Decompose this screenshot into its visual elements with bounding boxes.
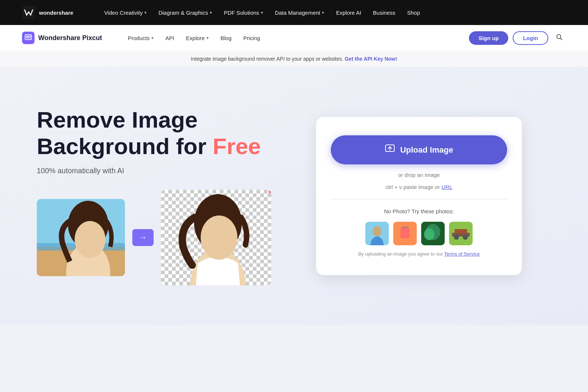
- nav-label-blog: Blog: [220, 35, 232, 41]
- upload-button-label: Upload Image: [400, 145, 453, 155]
- chevron-down-icon: ▾: [322, 10, 324, 15]
- pixcut-logo[interactable]: Wondershare Pixcut: [22, 32, 102, 44]
- wondershare-logo-icon: [22, 6, 35, 19]
- url-paste-link[interactable]: URL: [441, 184, 452, 190]
- svg-rect-31: [455, 229, 467, 234]
- top-nav-item-business[interactable]: Business: [369, 7, 400, 19]
- hero-title-line1: Remove Image: [37, 107, 198, 132]
- product-nav-items: Products ▾ API Explore ▾ Blog Pricing: [123, 32, 457, 44]
- hero-subtitle: 100% automatically with AI: [37, 167, 287, 175]
- top-nav-item-data[interactable]: Data Management ▾: [270, 7, 329, 19]
- demo-arrow: →: [132, 229, 154, 246]
- svg-rect-25: [406, 226, 407, 228]
- nav-actions: Sign up Login: [469, 31, 566, 46]
- sample-photo-4[interactable]: [449, 222, 473, 245]
- terms-of-service-link[interactable]: Terms of Service: [444, 251, 480, 257]
- after-image-svg: [161, 190, 271, 285]
- top-nav-item-diagram[interactable]: Diagram & Graphics ▾: [154, 7, 216, 19]
- svg-point-32: [454, 235, 459, 240]
- chevron-down-icon: ▾: [210, 10, 212, 15]
- try-photos-label: No Photo? Try these photos:: [384, 208, 454, 214]
- product-navigation: Wondershare Pixcut Products ▾ API Explor…: [0, 25, 588, 51]
- nav-label-explore: Explore: [186, 35, 205, 41]
- signup-button[interactable]: Sign up: [469, 31, 508, 45]
- svg-point-2: [26, 36, 28, 38]
- top-nav-label-data: Data Management: [275, 10, 320, 16]
- hero-title-line2: Background for: [37, 133, 213, 159]
- chevron-down-icon: ▾: [207, 36, 209, 40]
- login-button[interactable]: Login: [513, 31, 548, 45]
- nav-item-products[interactable]: Products ▾: [123, 32, 159, 44]
- top-nav-label-diagram: Diagram & Graphics: [158, 10, 208, 16]
- search-button[interactable]: [553, 31, 566, 46]
- nav-item-explore[interactable]: Explore ▾: [181, 32, 214, 44]
- svg-rect-23: [401, 227, 409, 238]
- sample-photo-2[interactable]: [393, 222, 417, 245]
- top-nav-items: Video Creativity ▾ Diagram & Graphics ▾ …: [100, 7, 566, 19]
- hero-section: Remove Image Background for Free 100% au…: [0, 67, 588, 325]
- search-icon: [556, 33, 563, 41]
- nav-item-blog[interactable]: Blog: [215, 32, 237, 44]
- purple-arrow-icon: →: [132, 229, 154, 246]
- terms-prefix: By uploading an image you agree to our: [358, 251, 444, 257]
- svg-point-33: [463, 235, 468, 240]
- top-nav-label-pdf: PDF Solutions: [224, 10, 259, 16]
- svg-point-9: [75, 221, 105, 258]
- nav-label-api: API: [165, 35, 174, 41]
- top-navigation: wondershare Video Creativity ▾ Diagram &…: [0, 0, 588, 25]
- paste-hint: ctrl + v paste image or URL: [386, 184, 452, 190]
- upload-card: Upload Image or drop an image ctrl + v p…: [316, 117, 522, 275]
- pixcut-logo-icon: [22, 32, 35, 44]
- nav-label-products: Products: [128, 35, 150, 41]
- demo-after-image: ↗: [161, 190, 271, 285]
- demo-before-image: [37, 199, 125, 276]
- upload-image-button[interactable]: Upload Image: [331, 135, 507, 164]
- api-key-link[interactable]: Get the API Key Now!: [345, 56, 397, 62]
- svg-rect-1: [25, 35, 32, 40]
- sample-photos: [365, 222, 473, 245]
- chevron-down-icon: ▾: [261, 10, 263, 15]
- banner-text: Integrate image background remover API t…: [191, 56, 343, 62]
- hero-content: Remove Image Background for Free 100% au…: [37, 107, 287, 285]
- top-nav-item-video-creativity[interactable]: Video Creativity ▾: [100, 7, 151, 19]
- sample-photo-3[interactable]: [421, 222, 445, 245]
- chevron-down-icon: ▾: [144, 10, 147, 15]
- before-image-svg: [37, 199, 125, 276]
- pixcut-name: Wondershare Pixcut: [38, 34, 102, 42]
- divider: [331, 199, 507, 199]
- top-nav-item-pdf[interactable]: PDF Solutions ▾: [219, 7, 268, 19]
- top-nav-label-business: Business: [373, 10, 395, 16]
- top-nav-item-shop[interactable]: Shop: [403, 7, 424, 19]
- svg-rect-24: [403, 226, 404, 228]
- nav-label-pricing: Pricing: [243, 35, 260, 41]
- upload-icon: [385, 143, 395, 156]
- svg-point-21: [373, 226, 381, 236]
- top-nav-label-shop: Shop: [407, 10, 420, 16]
- or-drop-text: or drop an image: [398, 172, 440, 178]
- svg-point-17: [201, 215, 237, 260]
- wondershare-logo[interactable]: wondershare: [22, 6, 73, 19]
- nav-item-pricing[interactable]: Pricing: [238, 32, 265, 44]
- top-nav-item-explore-ai[interactable]: Explore AI: [331, 7, 365, 19]
- top-nav-label-video-creativity: Video Creativity: [104, 10, 143, 16]
- demo-images: →: [37, 190, 287, 285]
- hero-title: Remove Image Background for Free: [37, 107, 287, 159]
- hero-title-free: Free: [213, 133, 261, 159]
- top-nav-label-explore-ai: Explore AI: [336, 10, 361, 16]
- api-banner: Integrate image background remover API t…: [0, 51, 588, 67]
- sample-photo-1[interactable]: [365, 222, 389, 245]
- chevron-down-icon: ▾: [151, 36, 154, 40]
- nav-item-api[interactable]: API: [160, 32, 179, 44]
- svg-point-28: [424, 228, 434, 240]
- terms-text: By uploading an image you agree to our T…: [358, 251, 480, 257]
- wondershare-logo-text: wondershare: [39, 10, 73, 16]
- paste-hint-text: ctrl + v paste image or: [386, 184, 441, 190]
